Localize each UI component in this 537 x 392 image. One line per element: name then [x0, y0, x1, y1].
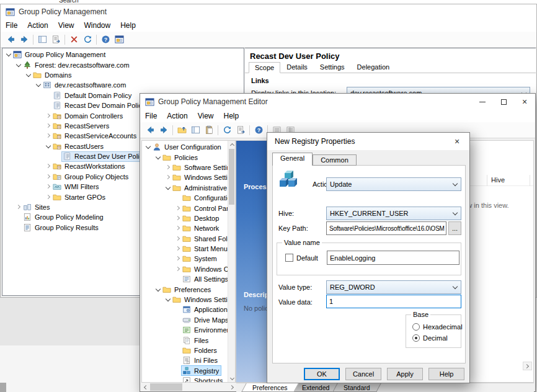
refresh-icon[interactable]	[81, 33, 94, 46]
tree-item-administrative-te[interactable]: Administrative Te	[142, 183, 235, 193]
tab-general[interactable]: General	[272, 153, 313, 166]
tree-item-windows-settings[interactable]: Windows Settings	[142, 295, 235, 305]
default-checkbox[interactable]	[285, 254, 293, 262]
tab-preferences[interactable]: Preferences	[241, 383, 298, 392]
menu-help[interactable]: Help	[115, 20, 141, 31]
tree-item-network[interactable]: Network	[142, 223, 235, 233]
collapse-chevron-icon[interactable]	[35, 81, 42, 89]
menu-window[interactable]: Window	[79, 20, 116, 31]
minimize-button[interactable]	[472, 94, 493, 110]
action-dropdown[interactable]: Update	[326, 177, 461, 191]
tree-item-forest-dev-recastsoftware-com[interactable]: Forest: dev.recastsoftware.com	[2, 60, 244, 69]
show-console-tree-icon[interactable]	[189, 124, 202, 136]
export-list-icon[interactable]	[49, 33, 63, 46]
tree-item-system[interactable]: System	[142, 254, 235, 264]
tree-item-files[interactable]: Files	[142, 335, 235, 345]
menu-help[interactable]: Help	[219, 110, 244, 122]
collapse-chevron-icon[interactable]	[164, 296, 172, 303]
radio-decimal[interactable]: Decimal	[412, 332, 463, 344]
delete-icon[interactable]	[67, 33, 81, 46]
column-header-hive[interactable]: Hive	[491, 176, 505, 184]
tree-item-applications[interactable]: Applications	[142, 305, 235, 314]
tree-item-software-settings[interactable]: Software Settings	[142, 163, 235, 172]
tree-item-windows-settings[interactable]: Windows Settings	[142, 172, 235, 182]
scroll-up-button[interactable]	[228, 141, 236, 148]
up-one-level-icon[interactable]	[175, 124, 189, 136]
tree-item-ini-files[interactable]: Ini Files	[142, 355, 235, 365]
menu-action[interactable]: Action	[162, 110, 192, 122]
tree-item-control-panel[interactable]: Control Panel	[142, 203, 235, 213]
dialog-titlebar[interactable]: New Registry Properties ×	[267, 133, 469, 150]
value-data-field[interactable]: 1	[326, 295, 461, 308]
help-icon[interactable]: ?	[99, 33, 112, 46]
expand-chevron-icon[interactable]	[164, 164, 172, 171]
collapse-chevron-icon[interactable]	[164, 184, 172, 192]
close-button[interactable]: ×	[514, 94, 535, 110]
back-arrow-icon[interactable]	[4, 33, 17, 46]
tree-item-configuration[interactable]: Configuration	[142, 193, 235, 203]
tree-item-windows-con[interactable]: Windows Con	[142, 264, 235, 274]
tree-item-drive-maps[interactable]: Drive Maps	[142, 315, 235, 325]
expand-chevron-icon[interactable]	[45, 173, 52, 180]
browse-button[interactable]: ...	[448, 221, 461, 235]
paste-icon[interactable]	[202, 124, 216, 136]
tree-item-shared-folder[interactable]: Shared Folder	[142, 234, 235, 244]
collapse-chevron-icon[interactable]	[144, 143, 152, 151]
help-icon[interactable]: ?	[252, 124, 265, 136]
expand-chevron-icon[interactable]	[45, 122, 52, 130]
key-path-field[interactable]: Software\Policies\Microsoft\office\16.0\…	[326, 221, 446, 235]
help-button[interactable]: Help	[428, 368, 464, 380]
cancel-button[interactable]: Cancel	[345, 368, 381, 380]
collapse-chevron-icon[interactable]	[5, 51, 12, 58]
maximize-button[interactable]	[493, 94, 514, 110]
tree-item-registry[interactable]: Registry	[142, 366, 235, 376]
show-console-tree-icon[interactable]	[35, 33, 49, 46]
expand-chevron-icon[interactable]	[174, 235, 182, 243]
gpme-titlebar[interactable]: Group Policy Management Editor ×	[140, 94, 535, 110]
menu-view[interactable]: View	[53, 20, 79, 31]
forward-arrow-icon[interactable]	[157, 124, 171, 136]
dialog-close-button[interactable]: ×	[445, 133, 469, 150]
scrollbar-thumb[interactable]	[229, 149, 234, 205]
tree-item-environment[interactable]: Environment	[142, 325, 235, 335]
gpm-titlebar[interactable]: Group Policy Management	[1, 4, 536, 19]
collapse-chevron-icon[interactable]	[154, 286, 162, 293]
expand-chevron-icon[interactable]	[174, 255, 182, 262]
list-scroll-right-button[interactable]	[523, 362, 532, 370]
tab-scope[interactable]: Scope	[249, 62, 280, 73]
expand-chevron-icon[interactable]	[174, 265, 182, 273]
value-type-dropdown[interactable]: REG_DWORD	[326, 280, 461, 294]
expand-chevron-icon[interactable]	[174, 245, 182, 252]
expand-chevron-icon[interactable]	[45, 194, 52, 201]
tree-item-shortcuts[interactable]: Shortcuts	[142, 376, 235, 383]
expand-chevron-icon[interactable]	[15, 203, 22, 211]
apply-button[interactable]: Apply	[387, 368, 423, 380]
expand-chevron-icon[interactable]	[174, 225, 182, 232]
collapse-chevron-icon[interactable]	[25, 71, 32, 79]
ok-button[interactable]: OK	[304, 368, 340, 380]
value-name-field[interactable]: EnableLogging	[327, 251, 459, 265]
hive-dropdown[interactable]: HKEY_CURRENT_USER	[326, 207, 461, 220]
tab-details[interactable]: Details	[280, 61, 314, 73]
expand-chevron-icon[interactable]	[45, 132, 52, 140]
scroll-down-button[interactable]	[228, 375, 236, 382]
scrollbar-thumb[interactable]	[150, 383, 182, 391]
expand-chevron-icon[interactable]	[164, 174, 172, 181]
new-window-icon[interactable]	[112, 33, 126, 46]
expand-chevron-icon[interactable]	[45, 183, 52, 190]
tree-item-group-policy-management[interactable]: Group Policy Management	[2, 50, 244, 60]
tree-item-domains[interactable]: Domains	[2, 70, 244, 80]
menu-action[interactable]: Action	[22, 20, 53, 31]
tab-delegation[interactable]: Delegation	[351, 61, 396, 73]
tab-settings[interactable]: Settings	[314, 61, 351, 73]
menu-file[interactable]: File	[1, 20, 22, 31]
collapse-chevron-icon[interactable]	[45, 143, 52, 150]
tree-item-folders[interactable]: Folders	[142, 345, 235, 355]
collapse-chevron-icon[interactable]	[15, 61, 22, 69]
back-arrow-icon[interactable]	[143, 124, 157, 136]
tab-standard[interactable]: Standard	[332, 383, 381, 392]
collapse-chevron-icon[interactable]	[154, 154, 162, 161]
tree-item-user-configuration[interactable]: User Configuration	[142, 142, 235, 152]
radio-hexadecimal[interactable]: Hexadecimal	[412, 321, 463, 332]
expand-chevron-icon[interactable]	[45, 112, 52, 120]
